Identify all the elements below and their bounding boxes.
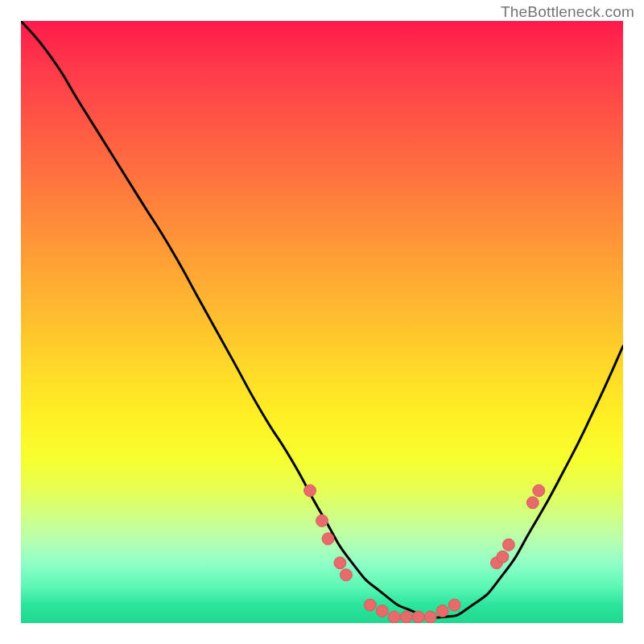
data-marker — [412, 611, 424, 623]
data-marker — [388, 611, 400, 623]
plot-area — [19, 19, 625, 625]
marker-group — [304, 485, 545, 623]
chart-stage: TheBottleneck.com — [0, 0, 644, 644]
data-marker — [316, 514, 328, 526]
data-marker — [334, 557, 346, 569]
data-marker — [497, 551, 509, 563]
attribution-text: TheBottleneck.com — [501, 3, 634, 21]
data-marker — [448, 599, 460, 611]
data-marker — [322, 533, 334, 545]
data-marker — [436, 605, 448, 617]
data-marker — [526, 497, 539, 509]
curve-layer — [21, 21, 623, 623]
data-marker — [340, 569, 352, 581]
data-marker — [364, 599, 376, 611]
data-marker — [376, 605, 388, 617]
data-marker — [400, 611, 412, 623]
bottleneck-curve — [21, 21, 623, 618]
data-marker — [533, 485, 545, 497]
data-marker — [502, 539, 514, 551]
data-marker — [424, 611, 436, 623]
data-marker — [304, 485, 316, 497]
